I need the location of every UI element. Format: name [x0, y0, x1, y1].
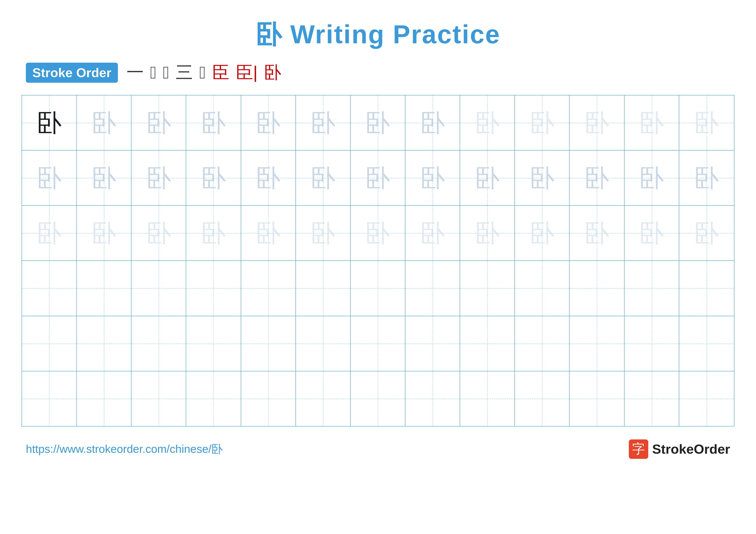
grid-cell-1-3: 卧 — [131, 95, 186, 150]
grid-cell-5-7[interactable] — [351, 316, 405, 371]
grid-row-1: 卧 卧 卧 卧 卧 卧 卧 卧 卧 — [22, 95, 734, 151]
stroke-step-3: 𠄌 — [163, 63, 169, 83]
footer: https://www.strokeorder.com/chinese/卧 字 … — [21, 440, 735, 459]
grid-cell-3-2: 卧 — [77, 206, 131, 261]
grid-cell-4-5[interactable] — [241, 261, 296, 316]
grid-cell-3-6: 卧 — [296, 206, 351, 261]
grid-cell-4-6[interactable] — [296, 261, 351, 316]
char-lighter: 卧 — [201, 216, 226, 250]
stroke-step-1: 一 — [126, 61, 144, 84]
grid-cell-6-5[interactable] — [241, 371, 296, 426]
grid-cell-2-12: 卧 — [625, 151, 679, 205]
grid-cell-2-4: 卧 — [186, 151, 241, 205]
char-lighter: 卧 — [694, 106, 719, 140]
grid-cell-5-3[interactable] — [131, 316, 186, 371]
grid-cell-2-3: 卧 — [131, 151, 186, 205]
grid-cell-3-4: 卧 — [186, 206, 241, 261]
grid-cell-4-12[interactable] — [625, 261, 679, 316]
grid-cell-6-7[interactable] — [351, 371, 405, 426]
grid-cell-6-1[interactable] — [22, 371, 77, 426]
grid-cell-6-11[interactable] — [570, 371, 624, 426]
stroke-step-8: 卧 — [264, 61, 281, 84]
grid-cell-2-11: 卧 — [570, 151, 624, 205]
char-faded: 卧 — [146, 106, 171, 140]
grid-cell-6-12[interactable] — [625, 371, 679, 426]
stroke-order-badge: Stroke Order — [26, 63, 118, 83]
char-lighter: 卧 — [146, 216, 171, 250]
grid-cell-3-8: 卧 — [405, 206, 460, 261]
grid-cell-3-11: 卧 — [570, 206, 624, 261]
char-faded: 卧 — [310, 161, 335, 195]
grid-row-4 — [22, 261, 734, 316]
grid-cell-5-11[interactable] — [570, 316, 624, 371]
grid-row-2: 卧 卧 卧 卧 卧 卧 卧 卧 卧 — [22, 151, 734, 206]
grid-cell-6-10[interactable] — [515, 371, 570, 426]
grid-cell-5-5[interactable] — [241, 316, 296, 371]
stroke-step-4: 三 — [176, 61, 193, 84]
grid-cell-4-1[interactable] — [22, 261, 77, 316]
grid-row-5 — [22, 316, 734, 371]
grid-cell-3-1: 卧 — [22, 206, 77, 261]
char-faded: 卧 — [37, 161, 62, 195]
char-faded: 卧 — [420, 106, 445, 140]
grid-cell-4-8[interactable] — [405, 261, 460, 316]
grid-cell-4-2[interactable] — [77, 261, 131, 316]
grid-cell-6-4[interactable] — [186, 371, 241, 426]
grid-cell-4-9[interactable] — [460, 261, 515, 316]
grid-cell-5-12[interactable] — [625, 316, 679, 371]
grid-cell-2-2: 卧 — [77, 151, 131, 205]
grid-row-6 — [22, 371, 734, 426]
char-lighter: 卧 — [639, 106, 664, 140]
grid-cell-5-13[interactable] — [679, 316, 734, 371]
logo-icon: 字 — [629, 440, 648, 459]
logo-text: StrokeOrder — [652, 441, 730, 457]
grid-cell-4-11[interactable] — [570, 261, 624, 316]
grid-cell-5-1[interactable] — [22, 316, 77, 371]
char-faded: 卧 — [475, 161, 500, 195]
grid-cell-1-11: 卧 — [570, 95, 624, 150]
footer-url[interactable]: https://www.strokeorder.com/chinese/卧 — [26, 442, 223, 457]
grid-cell-6-8[interactable] — [405, 371, 460, 426]
grid-cell-4-3[interactable] — [131, 261, 186, 316]
grid-cell-3-5: 卧 — [241, 206, 296, 261]
practice-grid: 卧 卧 卧 卧 卧 卧 卧 卧 卧 — [21, 95, 735, 426]
stroke-step-5: 𠃍 — [199, 63, 205, 83]
grid-cell-5-9[interactable] — [460, 316, 515, 371]
grid-cell-5-2[interactable] — [77, 316, 131, 371]
grid-cell-6-2[interactable] — [77, 371, 131, 426]
stroke-order-row: Stroke Order 一 𠃌 𠄌 三 𠃍 臣 臣| 卧 — [21, 61, 735, 84]
grid-cell-4-4[interactable] — [186, 261, 241, 316]
stroke-step-2: 𠃌 — [150, 63, 156, 83]
char-lighter: 卧 — [365, 216, 390, 250]
grid-cell-5-4[interactable] — [186, 316, 241, 371]
grid-cell-4-13[interactable] — [679, 261, 734, 316]
page-title: 卧 Writing Practice — [256, 17, 500, 52]
grid-cell-5-6[interactable] — [296, 316, 351, 371]
grid-cell-5-10[interactable] — [515, 316, 570, 371]
grid-cell-6-9[interactable] — [460, 371, 515, 426]
stroke-steps: 一 𠃌 𠄌 三 𠃍 臣 臣| 卧 — [126, 61, 281, 84]
grid-cell-6-13[interactable] — [679, 371, 734, 426]
grid-cell-6-6[interactable] — [296, 371, 351, 426]
char-lighter: 卧 — [92, 216, 116, 250]
char-faded: 卧 — [256, 161, 281, 195]
grid-cell-5-8[interactable] — [405, 316, 460, 371]
char-faded: 卧 — [92, 106, 116, 140]
grid-cell-1-8: 卧 — [405, 95, 460, 150]
footer-logo: 字 StrokeOrder — [629, 440, 730, 459]
grid-cell-1-5: 卧 — [241, 95, 296, 150]
char-lighter: 卧 — [584, 216, 609, 250]
char-lighter: 卧 — [530, 216, 554, 250]
grid-cell-4-7[interactable] — [351, 261, 405, 316]
char-faded: 卧 — [256, 106, 281, 140]
grid-cell-1-7: 卧 — [351, 95, 405, 150]
char-faded: 卧 — [201, 106, 226, 140]
char-faded: 卧 — [92, 161, 116, 195]
char-faded: 卧 — [530, 161, 554, 195]
grid-cell-2-1: 卧 — [22, 151, 77, 205]
grid-cell-6-3[interactable] — [131, 371, 186, 426]
grid-cell-4-10[interactable] — [515, 261, 570, 316]
grid-cell-2-5: 卧 — [241, 151, 296, 205]
char-full: 卧 — [37, 106, 62, 140]
char-faded: 卧 — [639, 161, 664, 195]
